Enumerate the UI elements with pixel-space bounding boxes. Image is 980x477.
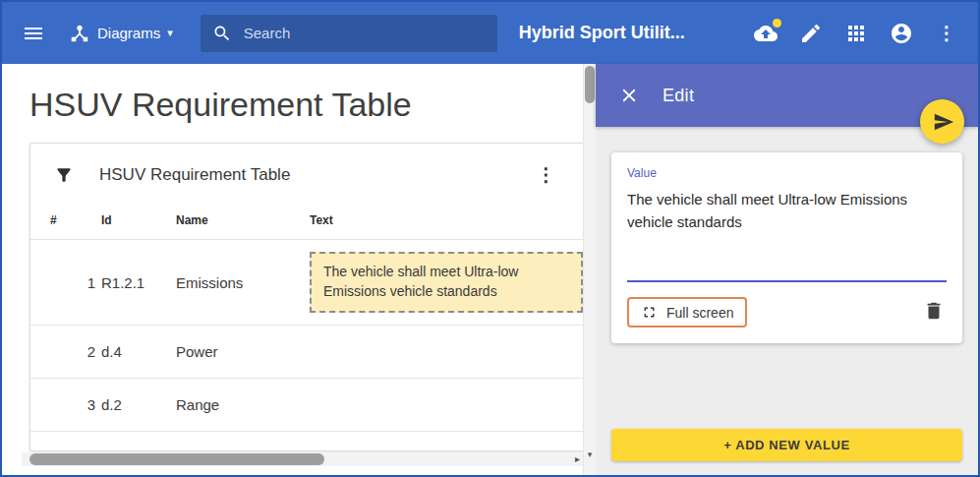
row-num-cell: 2	[50, 343, 101, 360]
close-panel-button[interactable]	[611, 78, 647, 113]
row-id-cell: d.2	[101, 396, 176, 413]
close-icon	[618, 85, 640, 106]
vertical-scrollbar[interactable]: ▾	[583, 64, 596, 475]
overflow-menu-button[interactable]: ⋮	[927, 14, 966, 53]
notification-dot-badge	[773, 19, 781, 28]
table-title: HSUV Requirement Table	[99, 165, 290, 185]
scroll-right-arrow-icon[interactable]: ▸	[575, 453, 580, 465]
delete-value-button[interactable]	[921, 298, 947, 327]
diagrams-label: Diagrams	[97, 25, 160, 41]
fullscreen-button[interactable]: Full screen	[627, 297, 747, 328]
table-row[interactable]: 1 R1.2.1 Emissions The vehicle shall mee…	[30, 240, 583, 326]
search-bar[interactable]	[201, 15, 497, 52]
value-field-underline	[627, 280, 947, 282]
table-menu-button[interactable]: ⋮	[531, 163, 561, 186]
edit-mode-button[interactable]	[791, 14, 831, 53]
table-header-row: # Id Name Text	[30, 202, 583, 240]
column-header-text: Text	[310, 213, 583, 227]
topbar-actions: ⋮	[746, 14, 966, 53]
edit-panel: Edit Value The vehicle shall meet Ultra-…	[596, 64, 978, 475]
row-num-cell: 1	[50, 274, 101, 291]
diagrams-menu[interactable]: Diagrams ▾	[69, 23, 173, 44]
filter-icon[interactable]	[54, 165, 74, 185]
vertical-dots-icon: ⋮	[537, 164, 555, 185]
edit-panel-title: Edit	[663, 86, 694, 106]
row-num-cell: 3	[50, 396, 101, 413]
row-id-cell: R1.2.1	[101, 274, 176, 291]
value-actions-row: Full screen	[627, 297, 947, 328]
row-name-cell: Power	[176, 343, 310, 360]
table-card-header: HSUV Requirement Table ⋮	[30, 144, 583, 202]
menu-button[interactable]	[14, 14, 53, 53]
page-title: HSUV Requirement Table	[29, 86, 583, 124]
document-title: Hybrid Sport Utilit...	[519, 23, 685, 43]
row-id-cell: d.4	[101, 343, 176, 360]
search-icon	[212, 24, 232, 43]
apps-grid-button[interactable]	[836, 14, 876, 53]
horizontal-scrollbar-thumb[interactable]	[29, 453, 324, 465]
horizontal-scrollbar[interactable]: ▸	[22, 452, 583, 466]
hamburger-icon	[22, 22, 45, 45]
trash-icon	[923, 300, 945, 322]
requirement-table-card: HSUV Requirement Table ⋮ # Id Name Text …	[29, 143, 583, 451]
diagrams-icon	[69, 23, 90, 44]
column-header-name: Name	[176, 213, 310, 227]
content-area: HSUV Requirement Table HSUV Requirement …	[2, 64, 978, 475]
table-row[interactable]: 3 d.2 Range	[30, 379, 583, 432]
document-pane: HSUV Requirement Table HSUV Requirement …	[2, 64, 583, 475]
column-header-id: Id	[101, 213, 176, 227]
value-card: Value The vehicle shall meet Ultra-low E…	[611, 152, 962, 343]
pencil-icon	[799, 22, 823, 45]
table-row[interactable]: 2 d.4 Power	[30, 326, 583, 379]
row-name-cell: Emissions	[176, 274, 310, 291]
app-window: Diagrams ▾ Hybrid Sport Utilit... ⋮	[0, 0, 980, 477]
value-field-label: Value	[627, 166, 947, 180]
account-circle-icon	[890, 22, 913, 45]
row-name-cell: Range	[176, 396, 310, 413]
topbar: Diagrams ▾ Hybrid Sport Utilit... ⋮	[2, 2, 978, 64]
selected-text-cell[interactable]: The vehicle shall meet Ultra-low Emissio…	[310, 252, 583, 314]
submit-fab-button[interactable]	[920, 99, 964, 144]
send-icon	[933, 111, 954, 133]
search-input[interactable]	[244, 25, 486, 41]
fullscreen-button-label: Full screen	[666, 305, 733, 321]
apps-grid-icon	[844, 22, 868, 45]
value-text-field[interactable]: The vehicle shall meet Ultra-low Emissio…	[627, 189, 947, 233]
cloud-sync-button[interactable]	[746, 14, 785, 53]
vertical-dots-icon: ⋮	[938, 24, 956, 42]
scroll-down-arrow-icon[interactable]: ▾	[584, 449, 596, 459]
chevron-down-icon: ▾	[167, 28, 173, 38]
add-new-value-button[interactable]: + ADD NEW VALUE	[611, 429, 962, 461]
account-button[interactable]	[882, 14, 921, 53]
column-header-num: #	[50, 213, 101, 227]
vertical-scrollbar-thumb[interactable]	[585, 66, 595, 103]
fullscreen-icon	[641, 304, 658, 321]
